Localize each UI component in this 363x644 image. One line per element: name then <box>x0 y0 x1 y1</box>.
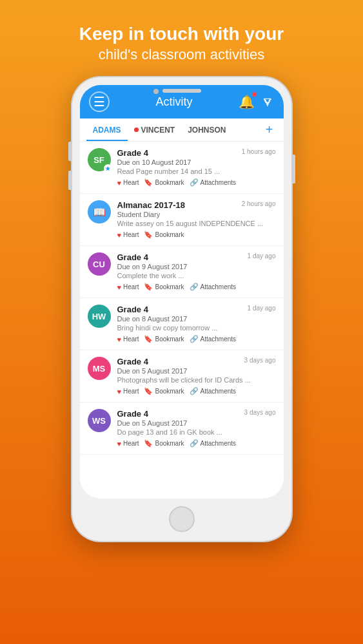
activity-item: WS Grade 4 3 days ago Due on 5 August 20… <box>80 402 284 455</box>
action-label: Heart <box>123 336 139 343</box>
tab-vincent[interactable]: VINCENT <box>128 119 182 141</box>
tab-vincent-label: VINCENT <box>141 126 175 135</box>
avatar-text: SF <box>93 155 104 165</box>
action-heart[interactable]: ♥Heart <box>117 439 139 448</box>
bell-button[interactable]: 🔔 <box>239 94 255 109</box>
item-header: Grade 4 3 days ago <box>117 357 276 366</box>
tab-adams-label: ADAMS <box>93 126 121 135</box>
action-bookmark[interactable]: 🔖Bookmark <box>144 178 184 187</box>
item-description: Complete the work ... <box>117 272 276 279</box>
activity-item: HW Grade 4 1 day ago Due on 8 August 201… <box>80 298 284 350</box>
action-heart[interactable]: ♥Heart <box>117 283 139 291</box>
add-tab-button[interactable]: + <box>262 118 277 141</box>
tabs-bar: ADAMS VINCENT JOHNSON + <box>80 118 284 142</box>
activity-item: SF ★ Grade 4 1 hours ago Due on 10 Augus… <box>80 142 284 194</box>
activity-list: SF ★ Grade 4 1 hours ago Due on 10 Augus… <box>80 142 284 498</box>
activity-item: CU Grade 4 1 day ago Due on 9 August 201… <box>80 246 284 298</box>
app-bar-title: Activity <box>155 95 192 109</box>
item-title: Grade 4 <box>117 357 148 366</box>
side-button-volume-up <box>68 142 71 161</box>
item-header: Grade 4 1 day ago <box>117 252 276 262</box>
heart-icon: ♥ <box>117 388 122 395</box>
home-button[interactable] <box>169 506 195 532</box>
bookmark-icon: 🔖 <box>144 439 153 448</box>
avatar-text: CU <box>93 260 105 269</box>
heart-icon: ♥ <box>117 336 122 343</box>
phone-screen: ☰ Activity 🔔 ⛛ ADAMS VINCENT JOHNSON <box>80 85 284 498</box>
avatar: WS <box>88 409 111 432</box>
avatar: MS <box>88 357 111 380</box>
action-label: Bookmark <box>155 336 184 343</box>
action-heart[interactable]: ♥Heart <box>117 335 139 343</box>
phone-shell: ☰ Activity 🔔 ⛛ ADAMS VINCENT JOHNSON <box>72 77 291 541</box>
header-line1: Keep in touch with your <box>79 23 284 45</box>
action-attachments[interactable]: 🔗Attachments <box>190 283 237 291</box>
item-title: Grade 4 <box>117 409 148 419</box>
avatar: HW <box>88 305 111 328</box>
action-heart[interactable]: ♥Heart <box>117 178 139 187</box>
item-time: 1 hours ago <box>242 148 276 155</box>
heart-icon: ♥ <box>117 179 122 187</box>
avatar: CU <box>88 252 111 276</box>
action-label: Attachments <box>201 388 237 395</box>
item-actions: ♥Heart🔖Bookmark🔗Attachments <box>117 178 276 187</box>
item-description: Write assey on 15 august INDEPENDENCE ..… <box>117 220 276 227</box>
item-time: 1 day ago <box>248 305 276 312</box>
item-body: Grade 4 1 hours ago Due on 10 August 201… <box>117 148 276 187</box>
item-body: Grade 4 1 day ago Due on 9 August 2017 C… <box>117 252 276 291</box>
item-actions: ♥Heart🔖Bookmark <box>117 231 276 239</box>
item-subtitle: Due on 9 August 2017 <box>117 263 276 270</box>
action-label: Heart <box>123 179 139 186</box>
item-header: Grade 4 1 day ago <box>117 305 276 314</box>
item-actions: ♥Heart🔖Bookmark🔗Attachments <box>117 283 276 291</box>
app-bar: ☰ Activity 🔔 ⛛ <box>80 85 284 118</box>
action-bookmark[interactable]: 🔖Bookmark <box>144 283 184 291</box>
action-label: Bookmark <box>155 283 184 290</box>
item-actions: ♥Heart🔖Bookmark🔗Attachments <box>117 335 276 343</box>
tab-johnson[interactable]: JOHNSON <box>181 119 232 141</box>
action-heart[interactable]: ♥Heart <box>117 231 139 239</box>
action-attachments[interactable]: 🔗Attachments <box>190 439 237 448</box>
app-bar-actions: 🔔 ⛛ <box>239 94 274 109</box>
item-header: Grade 4 3 days ago <box>117 409 276 419</box>
filter-button[interactable]: ⛛ <box>261 95 274 109</box>
action-label: Bookmark <box>155 388 184 395</box>
action-bookmark[interactable]: 🔖Bookmark <box>144 439 184 448</box>
action-attachments[interactable]: 🔗Attachments <box>190 178 237 187</box>
item-body: Grade 4 3 days ago Due on 5 August 2017 … <box>117 409 276 448</box>
avatar: 📖 <box>88 200 111 223</box>
item-description: Do page 13 and 16 in GK book ... <box>117 428 276 436</box>
action-bookmark[interactable]: 🔖Bookmark <box>144 231 184 239</box>
action-label: Bookmark <box>155 179 184 186</box>
action-label: Attachments <box>201 336 237 343</box>
avatar-text: HW <box>92 312 106 321</box>
attachment-icon: 🔗 <box>190 335 199 343</box>
tab-johnson-label: JOHNSON <box>188 126 226 135</box>
item-title: Grade 4 <box>117 252 148 262</box>
action-attachments[interactable]: 🔗Attachments <box>190 387 237 395</box>
action-bookmark[interactable]: 🔖Bookmark <box>144 335 184 343</box>
action-attachments[interactable]: 🔗Attachments <box>190 335 237 343</box>
heart-icon: ♥ <box>117 231 122 239</box>
avatar-text: WS <box>92 416 106 426</box>
attachment-icon: 🔗 <box>190 283 199 291</box>
heart-icon: ♥ <box>117 283 122 291</box>
action-label: Heart <box>123 388 139 395</box>
item-actions: ♥Heart🔖Bookmark🔗Attachments <box>117 439 276 448</box>
action-heart[interactable]: ♥Heart <box>117 387 139 395</box>
menu-button[interactable]: ☰ <box>89 91 110 112</box>
activity-item: MS Grade 4 3 days ago Due on 5 August 20… <box>80 350 284 402</box>
action-label: Attachments <box>201 179 237 186</box>
menu-icon: ☰ <box>93 94 105 109</box>
tab-adams[interactable]: ADAMS <box>86 119 128 141</box>
action-label: Bookmark <box>155 231 184 238</box>
action-label: Attachments <box>201 440 237 447</box>
bookmark-icon: 🔖 <box>144 178 153 187</box>
item-time: 1 day ago <box>248 252 276 260</box>
avatar-text: MS <box>93 364 106 374</box>
action-bookmark[interactable]: 🔖Bookmark <box>144 387 184 395</box>
page-header: Keep in touch with your child's classroo… <box>60 0 303 77</box>
camera-dot <box>153 89 159 94</box>
avatar-icon: 📖 <box>93 206 106 218</box>
item-body: Almanac 2017-18 2 hours ago Student Diar… <box>117 200 276 239</box>
